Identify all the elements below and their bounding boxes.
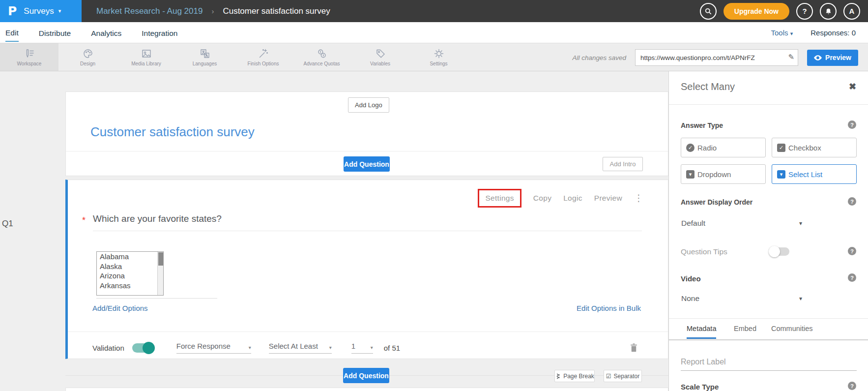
edit-url-pencil-icon[interactable]: ✎	[788, 53, 794, 61]
preview-button[interactable]: Preview	[807, 50, 858, 66]
avatar-initial: A	[849, 7, 855, 15]
translate-icon	[199, 48, 211, 60]
notifications-button[interactable]	[820, 3, 837, 20]
tab-analytics[interactable]: Analytics	[91, 24, 121, 41]
report-label-input[interactable]	[681, 356, 857, 371]
edit-options-in-bulk-link[interactable]: Edit Options in Bulk	[577, 304, 641, 312]
kebab-menu-icon[interactable]: ⋮	[634, 195, 643, 202]
answer-type-checkbox[interactable]: ✓ Checkbox	[772, 138, 857, 157]
add-question-button-bottom[interactable]: Add Question	[343, 368, 389, 383]
toolbar-item-advance-quotas[interactable]: Advance Quotas	[292, 43, 351, 71]
add-intro-button[interactable]: Add Intro	[603, 157, 643, 171]
add-question-button-top[interactable]: Add Question	[344, 156, 390, 172]
validation-count-dropdown[interactable]: 1 ▾	[351, 342, 373, 354]
panel-tabs: Metadata Embed Communities	[669, 323, 868, 340]
panel-title: Select Many	[681, 81, 735, 92]
tab-embed[interactable]: Embed	[734, 325, 756, 337]
survey-nav: Edit Distribute Analytics Integration To…	[0, 22, 868, 43]
survey-url-input[interactable]	[635, 49, 798, 66]
toolbar-item-design[interactable]: Design	[58, 43, 117, 71]
video-label: Video	[681, 274, 701, 283]
magic-wand-icon	[258, 48, 269, 60]
upgrade-now-button[interactable]: Upgrade Now	[723, 3, 789, 20]
survey-canvas: Q1 Add Logo Customer satisfaction survey…	[0, 71, 868, 391]
tab-metadata[interactable]: Metadata	[687, 325, 716, 339]
select-list-caret-icon: ▾	[777, 170, 785, 179]
page-break-button[interactable]: Page Break	[554, 370, 595, 382]
help-icon[interactable]: ?	[848, 273, 856, 282]
divider	[66, 151, 668, 151]
validation-toggle[interactable]	[132, 343, 154, 353]
question-settings-panel: Select Many ✖ Answer Type ? ✓ Radio ✓ Ch…	[668, 71, 868, 391]
question-tips-label: Question Tips	[681, 247, 727, 256]
top-bar: P Surveys ▾ Market Research - Aug 2019 ›…	[0, 0, 868, 22]
answer-display-order-label: Answer Display Order	[681, 198, 752, 206]
breadcrumb-folder-link[interactable]: Market Research - Aug 2019	[96, 6, 203, 16]
search-icon	[704, 7, 712, 15]
help-button[interactable]: ?	[796, 3, 813, 20]
answer-display-order-dropdown[interactable]: Default ▾	[681, 219, 802, 228]
separator-button[interactable]: ☑ Separator	[604, 370, 642, 382]
survey-title[interactable]: Customer satisfaction survey	[90, 124, 255, 140]
help-icon[interactable]: ?	[848, 382, 856, 390]
scrollbar-thumb[interactable]	[158, 252, 163, 266]
question-actions: Settings Copy Logic Preview ⋮	[478, 189, 643, 208]
chevron-right-icon: ›	[211, 7, 214, 15]
question-text[interactable]: Which are your favorite states?	[93, 213, 222, 224]
radio-check-icon: ✓	[686, 144, 694, 152]
toolbar-item-variables[interactable]: Variables	[351, 43, 409, 71]
tab-communities[interactable]: Communities	[771, 325, 813, 337]
tab-distribute[interactable]: Distribute	[39, 24, 71, 41]
toolbar-item-media-library[interactable]: Media Library	[117, 43, 175, 71]
select-list-preview[interactable]: Alabama Alaska Arizona Arkansas	[96, 251, 164, 296]
listbox-scrollbar[interactable]	[157, 252, 163, 295]
validation-rule-dropdown[interactable]: Force Response ▾	[176, 342, 251, 354]
caret-down-icon: ▾	[371, 345, 373, 350]
list-option[interactable]: Alaska	[97, 262, 163, 271]
question-logic-action[interactable]: Logic	[563, 194, 582, 203]
answer-type-dropdown[interactable]: ▾ Dropdown	[681, 164, 766, 184]
image-icon	[141, 48, 152, 60]
page-break-icon	[555, 373, 561, 379]
video-dropdown[interactable]: None ▾	[681, 294, 802, 303]
add-logo-button[interactable]: Add Logo	[348, 97, 389, 113]
palette-icon	[82, 48, 94, 60]
question-mark-icon: ?	[802, 7, 807, 15]
toolbar-item-finish-options[interactable]: Finish Options	[234, 43, 292, 71]
close-icon[interactable]: ✖	[849, 81, 856, 92]
toolbar-item-languages[interactable]: Languages	[175, 43, 234, 71]
question-copy-action[interactable]: Copy	[533, 194, 551, 203]
help-icon[interactable]: ?	[848, 247, 856, 255]
tag-icon	[375, 48, 386, 60]
toolbar-item-workspace[interactable]: Workspace	[0, 43, 58, 71]
tab-integration[interactable]: Integration	[142, 24, 177, 41]
validation-row: Validation Force Response ▾ Select At Le…	[92, 337, 400, 358]
answer-type-select-list[interactable]: ▾ Select List	[772, 164, 857, 184]
answer-type-label: Answer Type	[681, 121, 723, 129]
workspace-icon	[24, 48, 35, 60]
answer-type-radio[interactable]: ✓ Radio	[681, 138, 766, 157]
question-settings-action[interactable]: Settings	[478, 189, 521, 208]
validation-condition-dropdown[interactable]: Select At Least ▾	[269, 342, 332, 354]
help-icon[interactable]: ?	[848, 120, 856, 129]
question-text-underline	[93, 231, 642, 231]
responses-count[interactable]: Responses: 0	[810, 29, 856, 37]
add-edit-options-link[interactable]: Add/Edit Options	[92, 304, 148, 312]
toolbar-item-settings[interactable]: Settings	[409, 43, 468, 71]
tab-edit[interactable]: Edit	[5, 24, 19, 42]
list-option[interactable]: Alabama	[97, 252, 163, 262]
validation-label: Validation	[92, 344, 124, 352]
list-option[interactable]: Arkansas	[97, 281, 163, 291]
account-avatar[interactable]: A	[843, 3, 860, 20]
tools-dropdown[interactable]: Tools ▾	[771, 29, 793, 37]
question-preview-action[interactable]: Preview	[594, 194, 622, 203]
divider	[669, 318, 868, 319]
delete-question-button[interactable]	[629, 342, 638, 355]
caret-down-icon: ▾	[249, 345, 251, 350]
question-tips-toggle[interactable]	[770, 247, 789, 256]
breadcrumb: Market Research - Aug 2019 › Customer sa…	[82, 6, 330, 16]
search-button[interactable]	[700, 3, 717, 20]
product-menu[interactable]: P Surveys ▾	[0, 0, 82, 22]
list-option[interactable]: Arizona	[97, 271, 163, 281]
help-icon[interactable]: ?	[848, 197, 856, 206]
